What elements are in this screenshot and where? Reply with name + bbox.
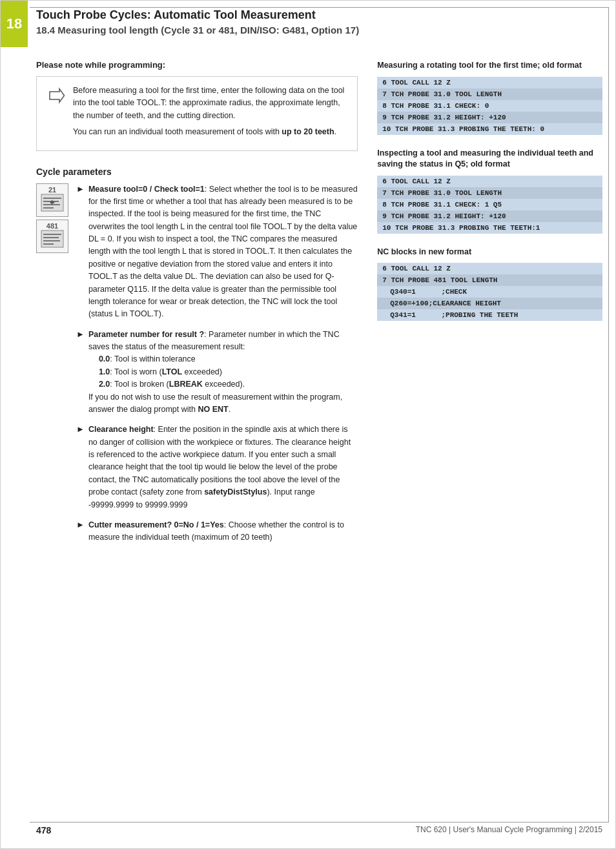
param-text-2: Parameter number for result ?: Parameter…: [88, 329, 358, 416]
code-table-1: 6 TOOL CALL 12 Z 7 TCH PROBE 31.0 TOOL L…: [377, 77, 602, 135]
code-cell: 8 TCH PROBE 31.1 CHECK: 0: [377, 100, 602, 112]
code-row: 7 TCH PROBE 31.0 TOOL LENGTH: [377, 187, 602, 199]
left-column: Please note while programming: Before me…: [36, 60, 371, 552]
param-label-3: Clearance height: [88, 425, 154, 434]
note-text: Before measuring a tool for the first ti…: [73, 85, 348, 143]
code-cell: 7 TCH PROBE 481 TOOL LENGTH: [377, 274, 602, 286]
right-heading-2: Inspecting a tool and measuring the indi…: [377, 148, 602, 170]
code-row: 10 TCH PROBE 31.3 PROBING THE TEETH:1: [377, 222, 602, 234]
sub-item-00: 0.0: Tool is within tolerance: [88, 354, 196, 363]
note-end: .: [334, 127, 336, 136]
code-row: Q340=1 ;CHECK: [377, 286, 602, 298]
code-table-3: 6 TOOL CALL 12 Z 7 TCH PROBE 481 TOOL LE…: [377, 263, 602, 321]
code-cell: 7 TCH PROBE 31.0 TOOL LENGTH: [377, 88, 602, 100]
top-border: [30, 7, 609, 8]
note-heading: Please note while programming:: [36, 60, 358, 70]
code-row: 9 TCH PROBE 31.2 HEIGHT: +120: [377, 112, 602, 123]
note-box: Before measuring a tool for the first ti…: [36, 76, 358, 151]
param-item-2: ► Parameter number for result ?: Paramet…: [76, 329, 358, 416]
code-row: 7 TCH PROBE 481 TOOL LENGTH: [377, 274, 602, 286]
param-text-4: Cutter measurement? 0=No / 1=Yes: Choose…: [88, 519, 358, 544]
code-row: Q260=+100;CLEARANCE HEIGHT: [377, 298, 602, 309]
bullet-3: ►: [76, 424, 85, 511]
code-cell: 9 TCH PROBE 31.2 HEIGHT: +120: [377, 210, 602, 222]
code-cell: 6 TOOL CALL 12 Z: [377, 77, 602, 88]
code-cell: Q341=1 ;PROBING THE TEETH: [377, 309, 602, 321]
cycle-params-section: Cycle parameters 21: [36, 167, 358, 552]
param-icon-481: 481: [36, 220, 68, 253]
main-content: Please note while programming: Before me…: [1, 60, 615, 565]
param-item-3: ► Clearance height: Enter the position i…: [76, 424, 358, 511]
note-bold: up to 20 teeth: [282, 127, 334, 136]
sub-item-20: 2.0: Tool is broken (LBREAK exceeded).: [88, 380, 245, 389]
code-cell: Q260=+100;CLEARANCE HEIGHT: [377, 298, 602, 309]
chapter-title: Touch Probe Cycles: Automatic Tool Measu…: [36, 8, 602, 22]
code-cell: 7 TCH PROBE 31.0 TOOL LENGTH: [377, 187, 602, 199]
chapter-number: 18: [6, 15, 22, 32]
code-row: 6 TOOL CALL 12 Z: [377, 176, 602, 187]
page-wrapper: 18 Touch Probe Cycles: Automatic Tool Me…: [0, 0, 616, 849]
svg-rect-7: [41, 230, 63, 247]
right-heading-3: NC blocks in new format: [377, 247, 602, 258]
svg-marker-0: [50, 89, 65, 103]
code-table-2: 6 TOOL CALL 12 Z 7 TCH PROBE 31.0 TOOL L…: [377, 176, 602, 234]
code-cell: Q340=1 ;CHECK: [377, 286, 602, 298]
code-row: 10 TCH PROBE 31.3 PROBING THE TEETH: 0: [377, 123, 602, 135]
code-row: 8 TCH PROBE 31.1 CHECK: 1 Q5: [377, 199, 602, 210]
note-para2: You can run an individual tooth measurem…: [73, 126, 348, 138]
right-border: [608, 7, 609, 823]
params-list: ► Measure tool=0 / Check tool=1: Select …: [76, 183, 358, 552]
note-arrow-icon: [46, 86, 65, 105]
code-row: 7 TCH PROBE 31.0 TOOL LENGTH: [377, 88, 602, 100]
code-cell: 6 TOOL CALL 12 Z: [377, 176, 602, 187]
param-item-4: ► Cutter measurement? 0=No / 1=Yes: Choo…: [76, 519, 358, 544]
note-para1: Before measuring a tool for the first ti…: [73, 85, 348, 122]
param-text-3: Clearance height: Enter the position in …: [88, 424, 358, 511]
code-cell: 10 TCH PROBE 31.3 PROBING THE TEETH: 0: [377, 123, 602, 135]
bullet-2: ►: [76, 329, 85, 416]
chapter-tab: 18: [1, 1, 28, 47]
right-section-1: Measuring a rotating tool for the first …: [377, 60, 602, 135]
code-row: 8 TCH PROBE 31.1 CHECK: 0: [377, 100, 602, 112]
param-item-1: ► Measure tool=0 / Check tool=1: Select …: [76, 183, 358, 321]
right-heading-1: Measuring a rotating tool for the first …: [377, 60, 602, 72]
param-icons: 21: [36, 183, 68, 552]
code-cell: 6 TOOL CALL 12 Z: [377, 263, 602, 274]
param-icon-21: 21: [36, 183, 68, 217]
param-label-1: Measure tool=0 / Check tool=1: [88, 185, 205, 194]
code-row: 6 TOOL CALL 12 Z: [377, 77, 602, 88]
footer: 478 TNC 620 | User's Manual Cycle Progra…: [1, 825, 615, 835]
code-cell: 9 TCH PROBE 31.2 HEIGHT: +120: [377, 112, 602, 123]
right-section-2: Inspecting a tool and measuring the indi…: [377, 148, 602, 234]
param-label-4: Cutter measurement? 0=No / 1=Yes: [88, 520, 224, 529]
code-row: Q341=1 ;PROBING THE TEETH: [377, 309, 602, 321]
right-column: Measuring a rotating tool for the first …: [371, 60, 602, 552]
code-cell: 10 TCH PROBE 31.3 PROBING THE TEETH:1: [377, 222, 602, 234]
cycle-params-heading: Cycle parameters: [36, 167, 358, 177]
code-row: 9 TCH PROBE 31.2 HEIGHT: +120: [377, 210, 602, 222]
code-row: 6 TOOL CALL 12 Z: [377, 263, 602, 274]
right-section-3: NC blocks in new format 6 TOOL CALL 12 Z…: [377, 247, 602, 322]
bottom-border: [30, 822, 609, 823]
param-label-2: Parameter number for result ?: [88, 330, 204, 339]
note-para2-text: You can run an individual tooth measurem…: [73, 127, 282, 136]
note-section: Please note while programming: Before me…: [36, 60, 358, 151]
bullet-1: ►: [76, 184, 85, 321]
params-content: 21: [36, 183, 358, 552]
page-number: 478: [36, 825, 51, 835]
chapter-subtitle: 18.4 Measuring tool length (Cycle 31 or …: [36, 25, 602, 36]
code-cell: 8 TCH PROBE 31.1 CHECK: 1 Q5: [377, 199, 602, 210]
bullet-4: ►: [76, 520, 85, 544]
copyright: TNC 620 | User's Manual Cycle Programmin…: [416, 825, 602, 835]
sub-item-10: 1.0: Tool is worn (LTOL exceeded): [88, 367, 222, 376]
param-text-1: Measure tool=0 / Check tool=1: Select wh…: [88, 183, 358, 321]
